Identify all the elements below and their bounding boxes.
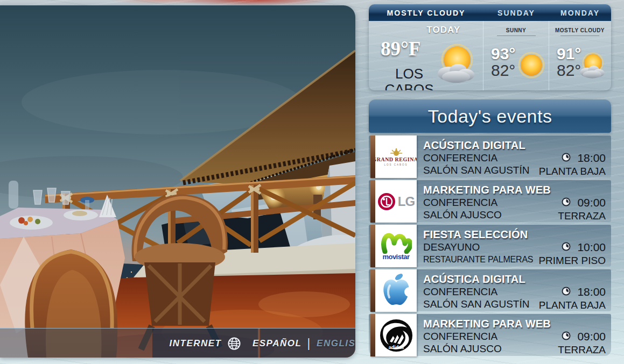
resort-photo-scene <box>0 5 355 358</box>
clock-icon <box>562 153 571 164</box>
sunday-condition: SUNNY <box>483 27 549 33</box>
event-row[interactable]: adidas MARKETING PARA WEB CONFERENCIA SA… <box>369 313 611 356</box>
internet-label: INTERNET <box>170 338 222 349</box>
clock-icon <box>562 331 571 342</box>
apple-logo <box>370 269 417 312</box>
weather-body: TODAY 89°F LOS CABOS <box>369 21 611 90</box>
events-title: Today's events <box>428 106 552 127</box>
events-header: Today's events <box>369 99 611 133</box>
event-time: 18:00 <box>577 286 606 298</box>
event-time: 10:00 <box>577 241 606 254</box>
event-title: ACÚSTICA DIGITAL <box>423 139 611 152</box>
lg-face-icon <box>377 192 396 211</box>
event-title: FIESTA SELECCIÓN <box>423 228 611 241</box>
lg-logo: LG <box>370 180 417 223</box>
event-time: 09:00 <box>577 196 606 209</box>
event-floor: TERRAZA <box>558 344 606 356</box>
event-time: 18:00 <box>577 152 606 165</box>
divider <box>497 35 536 36</box>
adidas-ball-icon: adidas <box>379 318 413 353</box>
event-title: MARKETING PARA WEB <box>423 183 611 196</box>
event-time: 09:00 <box>577 330 606 343</box>
event-floor: PLANTA BAJA <box>539 166 606 177</box>
event-title: MARKETING PARA WEB <box>423 317 611 330</box>
event-floor: PRIMER PISO <box>538 255 606 267</box>
logo-spine <box>370 225 375 267</box>
language-switcher: ESPAÑOL | ENGLISH <box>260 329 355 358</box>
weather-tab-monday[interactable]: MONDAY <box>549 9 611 17</box>
footer-bar: INTERNET ESPAÑOL | ENGLISH <box>0 328 355 358</box>
weather-header: MOSTLY CLOUDY SUNDAY MONDAY <box>369 4 611 21</box>
event-title: ACÚSTICA DIGITAL <box>423 273 611 286</box>
language-spanish-button[interactable]: ESPAÑOL <box>253 338 302 349</box>
event-floor: TERRAZA <box>558 210 606 222</box>
logo-spine <box>370 314 375 356</box>
grand-regina-logo: GRAND REGINA. LOS CABOS <box>370 135 417 178</box>
resort-photo: INTERNET ESPAÑOL | ENGLISH <box>0 5 355 358</box>
today-temperature: 89°F <box>381 37 420 60</box>
events-panel: Today's events GRAND REGINA. LOS CABOS A… <box>369 99 611 356</box>
today-label: TODAY <box>426 25 460 35</box>
event-row[interactable]: movistar FIESTA SELECCIÓN DESAYUNO RESTA… <box>369 224 611 267</box>
sunday-high-temp: 93° <box>491 46 515 62</box>
internet-button[interactable]: INTERNET <box>152 329 258 358</box>
event-row[interactable]: LG MARKETING PARA WEB CONFERENCIA SALÓN … <box>369 180 611 222</box>
weather-widget: MOSTLY CLOUDY SUNDAY MONDAY TODAY 89°F L… <box>369 4 611 90</box>
weather-monday-column: MOSTLY CLOUDY 91° 82° <box>549 21 611 90</box>
monday-condition: MOSTLY CLOUDY <box>549 27 611 33</box>
clock-icon <box>562 287 571 298</box>
movistar-m-icon <box>381 231 412 254</box>
clock-icon <box>562 197 571 209</box>
movistar-logo: movistar <box>370 225 417 267</box>
language-divider: | <box>307 336 311 351</box>
svg-text:adidas: adidas <box>388 345 404 350</box>
logo-spine <box>370 269 375 312</box>
sun-cloud-icon <box>430 42 479 89</box>
weather-tab-today[interactable]: MOSTLY CLOUDY <box>369 9 483 17</box>
globe-icon <box>227 337 241 351</box>
event-row[interactable]: ACÚSTICA DIGITAL CONFERENCIA SALÓN SAN A… <box>369 269 611 311</box>
sun-cloud-icon <box>575 51 607 83</box>
clock-icon <box>562 242 571 253</box>
divider <box>560 35 599 36</box>
weather-today-column: TODAY 89°F LOS CABOS <box>369 21 483 90</box>
adidas-logo: adidas <box>370 314 417 356</box>
logo-spine <box>370 135 375 178</box>
weather-sunday-column: SUNNY 93° 82° <box>483 21 549 90</box>
logo-spine <box>370 180 375 223</box>
apple-icon <box>381 274 411 308</box>
event-floor: PLANTA BAJA <box>539 299 606 311</box>
event-row[interactable]: GRAND REGINA. LOS CABOS ACÚSTICA DIGITAL… <box>369 135 611 177</box>
sun-icon <box>517 51 545 81</box>
weather-tab-sunday[interactable]: SUNDAY <box>483 9 549 17</box>
sunday-low-temp: 82° <box>491 62 515 79</box>
language-english-button[interactable]: ENGLISH <box>317 338 355 349</box>
crest-icon <box>389 148 403 156</box>
